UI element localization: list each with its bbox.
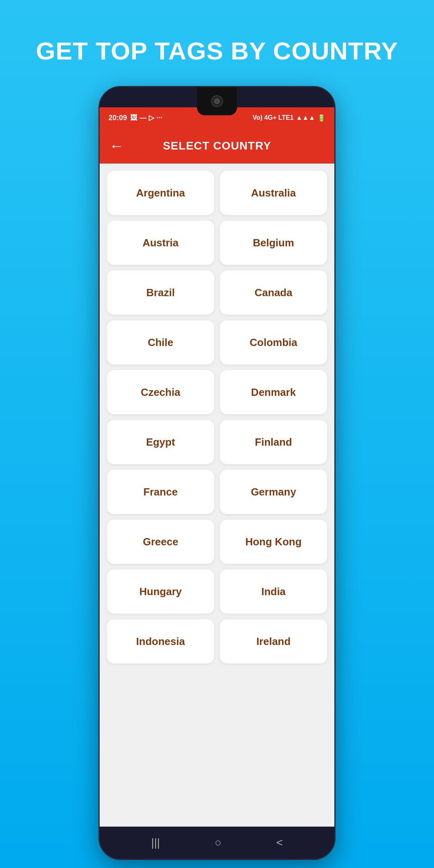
notification-icons: 🖼 — ▷ ··· (130, 113, 162, 122)
country-btn-indonesia[interactable]: Indonesia (107, 619, 214, 663)
home-nav-icon[interactable]: ○ (215, 836, 221, 849)
country-btn-france[interactable]: France (107, 470, 214, 514)
country-btn-greece[interactable]: Greece (107, 520, 214, 564)
country-btn-belgium[interactable]: Belgium (220, 221, 327, 265)
country-btn-colombia[interactable]: Colombia (220, 320, 327, 364)
country-btn-chile[interactable]: Chile (107, 320, 214, 364)
status-left: 20:09 🖼 — ▷ ··· (108, 113, 162, 122)
back-button[interactable]: ← (109, 139, 124, 153)
back-nav-icon[interactable]: < (276, 836, 283, 849)
battery-icon: 🔋 (317, 114, 326, 122)
volume-down-button (98, 200, 100, 224)
menu-nav-icon[interactable]: ||| (151, 836, 160, 849)
camera-circle (211, 95, 223, 107)
time-display: 20:09 (108, 114, 127, 122)
phone-screen: ArgentinaAustraliaAustriaBelgiumBrazilCa… (100, 164, 334, 827)
phone-mockup: 20:09 🖼 — ▷ ··· Vo) 4G+ LTE1 ▲▲▲ 🔋 ← SEL… (98, 86, 336, 860)
country-btn-argentina[interactable]: Argentina (107, 171, 214, 215)
camera-lens (214, 98, 220, 104)
country-btn-austria[interactable]: Austria (107, 221, 214, 265)
country-btn-brazil[interactable]: Brazil (107, 270, 214, 315)
power-button (334, 192, 336, 232)
header-title: SELECT COUNTRY (132, 139, 302, 152)
volume-up-button (98, 168, 100, 192)
country-btn-egypt[interactable]: Egypt (107, 420, 214, 464)
country-btn-ireland[interactable]: Ireland (220, 619, 327, 663)
camera-notch (197, 87, 237, 115)
country-btn-canada[interactable]: Canada (220, 270, 327, 315)
country-btn-czechia[interactable]: Czechia (107, 370, 214, 414)
country-btn-india[interactable]: India (220, 569, 327, 614)
wifi-icon: ▲▲▲ (296, 114, 315, 121)
phone-bottom-nav: ||| ○ < (100, 827, 334, 859)
app-header: ← SELECT COUNTRY (100, 128, 334, 164)
country-btn-australia[interactable]: Australia (220, 171, 327, 215)
country-btn-germany[interactable]: Germany (220, 470, 327, 514)
country-btn-hungary[interactable]: Hungary (107, 569, 214, 614)
signal-display: Vo) 4G+ LTE1 (252, 114, 293, 121)
country-btn-finland[interactable]: Finland (220, 420, 327, 464)
country-grid: ArgentinaAustraliaAustriaBelgiumBrazilCa… (107, 171, 327, 663)
status-right: Vo) 4G+ LTE1 ▲▲▲ 🔋 (252, 114, 326, 122)
phone-top (100, 87, 334, 107)
country-btn-denmark[interactable]: Denmark (220, 370, 327, 414)
page-title: GET TOP TAGS BY COUNTRY (20, 36, 414, 66)
country-btn-hong-kong[interactable]: Hong Kong (220, 520, 327, 564)
